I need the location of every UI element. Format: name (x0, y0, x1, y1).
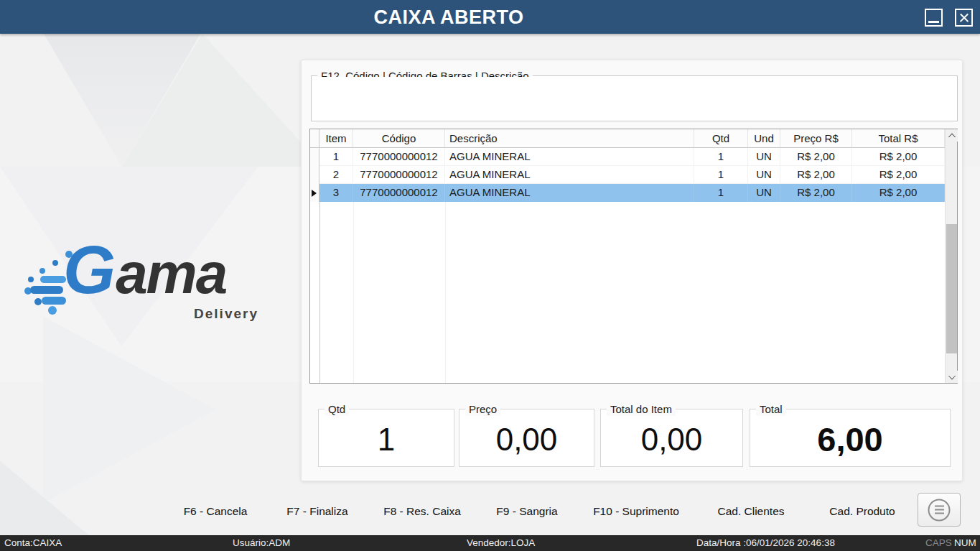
row-selector-selected[interactable] (310, 184, 319, 202)
cell-preco[interactable]: R$ 2,00 (780, 148, 852, 166)
sale-panel: F12 Código | Código de Barras | Descriçã… (301, 60, 963, 481)
column-header-codigo[interactable]: Código (353, 129, 445, 148)
cell-descricao[interactable]: AGUA MINERAL (445, 166, 694, 184)
status-conta: Conta:CAIXA (4, 537, 62, 548)
grid-empty-area (310, 202, 945, 383)
items-grid: Item Código Descrição Qtd Und Preço R$ T… (309, 129, 958, 384)
total-box: Total 6,00 (750, 409, 951, 467)
total-item-box: Total do Item 0,00 (600, 409, 743, 467)
cell-item[interactable]: 2 (319, 166, 353, 184)
cell-item[interactable]: 1 (319, 148, 353, 166)
cell-codigo[interactable]: 7770000000012 (353, 166, 445, 184)
pos-window: CAIXA ABERTO Gama Delivery F12 Código | … (0, 0, 980, 551)
shortcut-cad-clientes[interactable]: Cad. Clientes (717, 505, 784, 518)
barcode-input[interactable] (312, 77, 956, 120)
total-value: 6,00 (750, 409, 950, 466)
cell-total[interactable]: R$ 2,00 (852, 184, 945, 202)
shortcut-f6-cancela[interactable]: F6 - Cancela (184, 505, 248, 518)
scrollbar-down-icon[interactable] (946, 371, 958, 383)
minimize-icon (928, 21, 939, 23)
row-selector-arrow-icon (312, 190, 317, 197)
shortcut-f8-res-caixa[interactable]: F8 - Res. Caixa (383, 505, 461, 518)
row-selector[interactable] (310, 148, 319, 166)
grid-corner (310, 129, 319, 148)
gama-logo: Gama Delivery (22, 241, 260, 318)
shortcut-f10-suprimento[interactable]: F10 - Suprimento (593, 505, 679, 518)
cell-total[interactable]: R$ 2,00 (852, 166, 945, 184)
barcode-group: F12 Código | Código de Barras | Descriçã… (311, 75, 958, 121)
menu-icon (928, 499, 951, 521)
column-header-total[interactable]: Total R$ (852, 129, 945, 148)
scrollbar-up-icon[interactable] (946, 129, 958, 142)
status-vendedor: Vendedor:LOJA (467, 537, 535, 548)
shortcut-f9-sangria[interactable]: F9 - Sangria (496, 505, 557, 518)
status-caps-indicator: CAPS (925, 537, 952, 548)
cell-codigo[interactable]: 7770000000012 (353, 184, 445, 202)
column-header-descricao[interactable]: Descrição (445, 129, 694, 148)
cell-qtd[interactable]: 1 (694, 166, 748, 184)
preco-value: 0,00 (459, 409, 594, 466)
column-header-qtd[interactable]: Qtd (694, 129, 748, 148)
cell-qtd[interactable]: 1 (694, 184, 748, 202)
total-item-value: 0,00 (601, 409, 742, 466)
qtd-box: Qtd 1 (318, 409, 454, 467)
qtd-value: 1 (319, 409, 454, 466)
statusbar: Conta:CAIXA Usuário:ADM Vendedor:LOJA Da… (0, 535, 980, 551)
status-num-indicator: NUM (954, 537, 976, 548)
cell-total[interactable]: R$ 2,00 (852, 148, 945, 166)
brand-initial: G (63, 232, 116, 307)
cell-qtd[interactable]: 1 (694, 148, 748, 166)
preco-box: Preço 0,00 (459, 409, 594, 467)
column-header-und[interactable]: Und (748, 129, 780, 148)
close-icon (956, 10, 971, 25)
cell-descricao[interactable]: AGUA MINERAL (445, 148, 694, 166)
close-button[interactable] (955, 9, 973, 27)
cell-und[interactable]: UN (748, 184, 780, 202)
column-header-preco[interactable]: Preço R$ (780, 129, 852, 148)
status-datahora: Data/Hora :06/01/2026 20:46:38 (696, 537, 835, 548)
cell-preco[interactable]: R$ 2,00 (780, 184, 852, 202)
cell-codigo[interactable]: 7770000000012 (353, 148, 445, 166)
shortcut-f7-finaliza[interactable]: F7 - Finaliza (286, 505, 347, 518)
brand-tagline: Delivery (194, 306, 258, 322)
cell-und[interactable]: UN (748, 166, 780, 184)
shortcut-cad-produto[interactable]: Cad. Produto (829, 505, 895, 518)
brand-rest: ama (116, 241, 226, 305)
cell-descricao[interactable]: AGUA MINERAL (445, 184, 694, 202)
scrollbar-thumb[interactable] (946, 224, 957, 353)
titlebar: CAIXA ABERTO (0, 0, 980, 34)
brand-wordmark: Gama (63, 231, 226, 309)
minimize-button[interactable] (925, 9, 943, 27)
page-title: CAIXA ABERTO (373, 6, 523, 28)
cell-und[interactable]: UN (748, 148, 780, 166)
column-header-item[interactable]: Item (319, 129, 353, 148)
cell-preco[interactable]: R$ 2,00 (780, 166, 852, 184)
vertical-scrollbar[interactable] (945, 129, 957, 383)
cell-item[interactable]: 3 (319, 184, 353, 202)
menu-button[interactable] (918, 493, 961, 527)
row-selector[interactable] (310, 166, 319, 184)
status-usuario: Usuário:ADM (233, 537, 290, 548)
